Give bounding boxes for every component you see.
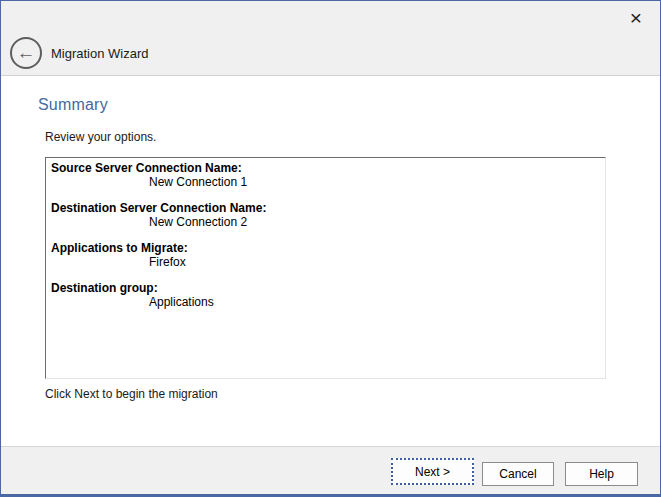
wizard-title: Migration Wizard — [51, 46, 149, 61]
summary-label: Source Server Connection Name: — [51, 162, 600, 176]
page-title: Summary — [38, 96, 108, 114]
close-icon[interactable]: × — [622, 4, 650, 30]
summary-value: Applications — [51, 296, 600, 310]
summary-box: Source Server Connection Name: New Conne… — [45, 157, 606, 379]
summary-value: Firefox — [51, 256, 600, 270]
summary-item-source-connection: Source Server Connection Name: New Conne… — [51, 162, 600, 189]
button-bar: Next > Cancel Help — [1, 446, 660, 494]
title-bar: × — [1, 1, 660, 31]
summary-item-destination-connection: Destination Server Connection Name: New … — [51, 202, 600, 229]
summary-value: New Connection 1 — [51, 176, 600, 190]
help-button[interactable]: Help — [565, 462, 638, 486]
summary-label: Applications to Migrate: — [51, 242, 600, 256]
wizard-header: ← Migration Wizard — [1, 31, 660, 76]
next-button[interactable]: Next > — [391, 458, 474, 485]
cancel-button[interactable]: Cancel — [482, 462, 554, 486]
summary-item-destination-group: Destination group: Applications — [51, 282, 600, 309]
instruction-text: Review your options. — [45, 130, 156, 144]
migration-wizard-window: × ← Migration Wizard Summary Review your… — [0, 0, 661, 497]
summary-value: New Connection 2 — [51, 216, 600, 230]
footnote-text: Click Next to begin the migration — [45, 387, 218, 401]
summary-label: Destination group: — [51, 282, 600, 296]
summary-item-applications: Applications to Migrate: Firefox — [51, 242, 600, 269]
back-arrow-icon[interactable]: ← — [10, 37, 42, 69]
summary-label: Destination Server Connection Name: — [51, 202, 600, 216]
